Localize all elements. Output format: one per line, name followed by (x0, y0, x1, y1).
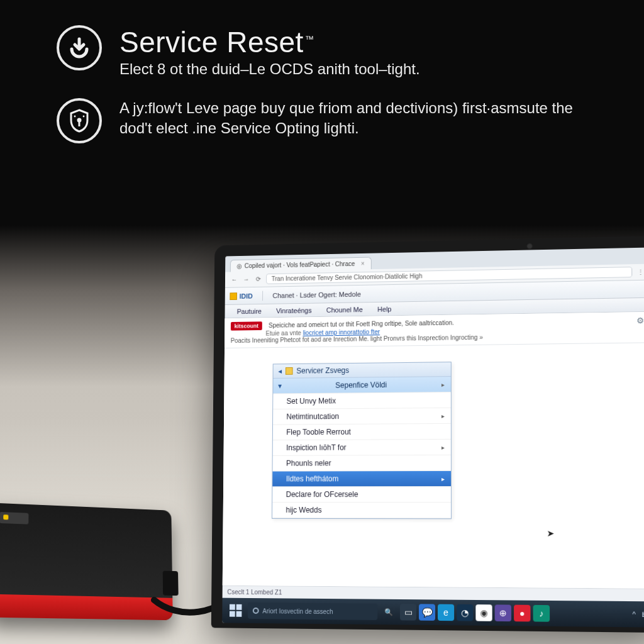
app-globe-icon[interactable]: ⊕ (495, 604, 511, 621)
svg-rect-1 (79, 122, 80, 126)
folder-icon (286, 367, 293, 375)
search-icon[interactable]: 🔍 (381, 608, 396, 616)
doc-tray-icon[interactable]: 🗎 (641, 611, 644, 618)
menu-item[interactable]: Declare for OFcersele (272, 487, 451, 502)
menu-item-label: Netimtinutcation (286, 412, 339, 421)
menu-item-label: Inspiction lıōhT for (286, 443, 347, 452)
submenu-arrow-icon: ▸ (441, 443, 445, 450)
mouse-cursor-icon: ➤ (547, 528, 554, 538)
cortana-icon (253, 608, 259, 614)
menu-item[interactable]: hijc Wedds (272, 502, 451, 518)
diagnostic-device (0, 502, 173, 620)
overlay-header: Service Reset™ Elect 8 ot the duid–Le OC… (57, 25, 606, 143)
overlay-title: Service Reset™ (119, 25, 420, 59)
menu-item-label: Flep Tooble Rerrout (286, 428, 351, 436)
submenu-arrow-icon: ▸ (441, 475, 445, 482)
app-message-icon[interactable]: 💬 (419, 604, 435, 621)
tab-close-icon[interactable]: × (361, 260, 365, 267)
menu-item[interactable]: Inspiction lıōhT for▸ (273, 440, 451, 456)
menu-item-label: hijc Wedds (286, 506, 321, 514)
overlay-paragraph: A jy:flow't Leve page buy que friom and … (119, 98, 597, 139)
app-brand: IDID (230, 292, 252, 299)
svg-point-0 (77, 118, 82, 123)
menu-item[interactable]: Flep Tooble Rerrout (273, 424, 451, 440)
menu-item-label: Declare for OFcersele (286, 490, 358, 499)
settings-gear-icon[interactable]: ⚙ (636, 316, 644, 325)
menu-item[interactable]: Set Unvy Metix (273, 392, 451, 409)
app-chrome-icon[interactable]: ◉ (475, 604, 492, 621)
shield-icon (57, 98, 102, 143)
panel-header: ◂ Servicer Zsvegs (274, 362, 451, 379)
taskbar-search[interactable]: Ariort Iosvectin de assech (248, 602, 377, 620)
nav-forward-icon[interactable]: → (242, 276, 250, 283)
nav-reload-icon[interactable]: ⟳ (254, 275, 263, 282)
overlay-subtitle: Elect 8 ot the duid–Le OCDS anith tool–t… (119, 60, 420, 78)
search-placeholder: Ariort Iosvectin de assech (262, 608, 333, 615)
menu-item-label: Sepenfice Völdi (335, 380, 387, 390)
menu-item-label: Phounls neler (286, 459, 331, 468)
task-view-icon[interactable]: ▭ (400, 604, 416, 621)
menu-item[interactable]: Phounls neler (273, 455, 451, 472)
menu-item[interactable]: ▾ Sepenfice Völdi▸ (273, 377, 450, 394)
svg-point-3 (83, 116, 85, 118)
laptop: ◎ Copiled vajort · Vols featPapiect · Ch… (211, 236, 644, 633)
nav-menu-icon[interactable]: ⋮ (636, 269, 644, 275)
menu-item[interactable]: Vinrateéngs (276, 306, 312, 314)
submenu-arrow-icon: ▸ (441, 381, 445, 388)
webcam-icon (527, 243, 533, 249)
tab-favicon-icon: ◎ (236, 263, 242, 270)
menu-item[interactable]: Netimtinutcation▸ (273, 408, 451, 425)
app-edge-icon[interactable]: e (438, 604, 454, 621)
app-module-title: Chanet · Lsder Ogert: Medole (272, 290, 361, 299)
system-tray[interactable]: ^ 🗎 (633, 610, 644, 618)
nav-back-icon[interactable]: ← (230, 276, 238, 283)
brand-square-icon (230, 292, 237, 300)
notice-bar: kitscount Speiciche and omeicrt tut or t… (225, 312, 644, 348)
menu-item[interactable]: Pautuire (237, 307, 262, 314)
content-area: ◂ Servicer Zsvegs ▾ Sepenfice Völdi▸Set … (223, 343, 644, 588)
svg-point-2 (74, 116, 76, 118)
menu-item-label: Set Unvy Metix (287, 397, 336, 406)
submenu-arrow-icon: ▸ (441, 412, 445, 419)
download-icon (57, 25, 102, 70)
menu-item[interactable]: Chounel Me (326, 306, 363, 314)
tab-title: Copiled vajort · Vols featPapiect · Chra… (245, 260, 355, 269)
menu-item[interactable]: Ildtes hefthátom▸ (272, 471, 451, 487)
menu-item-label: Ildtes hefthátom (286, 474, 338, 483)
app-music-icon[interactable]: ♪ (533, 605, 550, 622)
notice-text-1: Speiciche and omeicrt tut or thit Foett … (269, 319, 454, 329)
notice-badge: kitscount (231, 321, 262, 330)
taskbar: Ariort Iosvectin de assech 🔍 ▭💬e◔◉⊕●♪ ^ … (222, 598, 644, 628)
app-red-icon[interactable]: ● (514, 605, 531, 622)
menu-item[interactable]: Help (377, 305, 391, 313)
screen: ◎ Copiled vajort · Vols featPapiect · Ch… (222, 248, 644, 628)
start-button[interactable] (227, 602, 244, 619)
service-menu-panel: ◂ Servicer Zsvegs ▾ Sepenfice Völdi▸Set … (272, 362, 452, 519)
app-circle-icon[interactable]: ◔ (457, 604, 473, 621)
